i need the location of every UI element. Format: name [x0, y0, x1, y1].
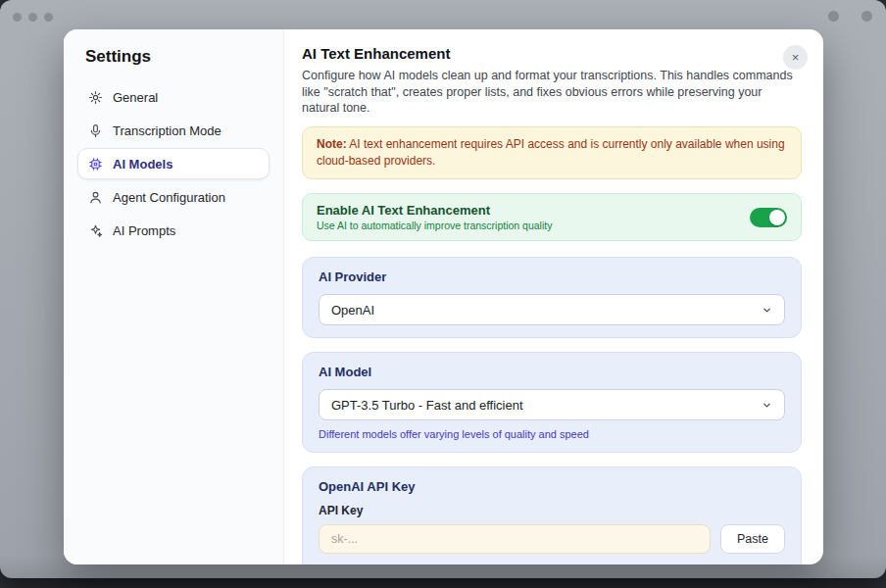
enable-ai-title: Enable AI Text Enhancement: [317, 203, 552, 218]
note-banner: Note: AI text enhancement requires API a…: [302, 126, 802, 180]
window-control-dot[interactable]: [28, 13, 37, 22]
window-control-dot[interactable]: [13, 13, 22, 22]
chevron-down-icon: [762, 400, 772, 411]
toggle-knob: [769, 210, 785, 225]
api-key-label: API Key: [319, 504, 785, 517]
gear-icon: [88, 90, 103, 105]
titlebar-icon[interactable]: [828, 11, 839, 22]
sidebar-item-label: General: [113, 90, 158, 105]
note-text: AI text enhancement requires API access …: [317, 137, 785, 168]
enable-ai-subtitle: Use AI to automatically improve transcri…: [317, 220, 552, 231]
titlebar-icon[interactable]: [861, 11, 872, 22]
microphone-icon: [88, 123, 103, 138]
sidebar-item-label: AI Models: [113, 157, 172, 172]
ai-model-select[interactable]: GPT-3.5 Turbo - Fast and efficient: [319, 389, 785, 420]
titlebar-actions: [828, 11, 872, 22]
ai-provider-card: AI Provider OpenAI: [302, 257, 802, 338]
api-key-heading: OpenAI API Key: [319, 479, 785, 494]
api-key-card: OpenAI API Key API Key Paste: [302, 466, 802, 564]
settings-nav: General Transcription Mode AI Models Age…: [77, 81, 270, 246]
ai-provider-heading: AI Provider: [319, 270, 785, 284]
note-label: Note:: [317, 137, 347, 151]
ai-model-heading: AI Model: [319, 365, 785, 379]
ai-model-card: AI Model GPT-3.5 Turbo - Fast and effici…: [302, 352, 802, 453]
ai-provider-selected-value: OpenAI: [331, 303, 374, 318]
sidebar-item-ai-models[interactable]: AI Models: [77, 148, 270, 179]
paste-button[interactable]: Paste: [720, 524, 785, 554]
window-control-dot[interactable]: [44, 13, 53, 22]
enable-ai-text: Enable AI Text Enhancement Use AI to aut…: [317, 203, 552, 231]
sidebar-item-agent-configuration[interactable]: Agent Configuration: [77, 181, 270, 213]
ai-provider-select[interactable]: OpenAI: [319, 294, 785, 325]
sidebar-item-ai-prompts[interactable]: AI Prompts: [77, 215, 270, 246]
sidebar-item-label: AI Prompts: [113, 223, 175, 238]
api-key-row: Paste: [319, 524, 785, 554]
page-title: AI Text Enhancement: [302, 45, 802, 62]
api-key-input[interactable]: [319, 524, 711, 554]
settings-sidebar: Settings General Transcription Mode AI M…: [64, 29, 284, 564]
page-description: Configure how AI models clean up and for…: [302, 68, 802, 117]
enable-ai-card: Enable AI Text Enhancement Use AI to aut…: [302, 193, 802, 241]
sparkles-icon: [88, 223, 103, 238]
settings-title: Settings: [85, 47, 262, 67]
enable-ai-toggle[interactable]: [750, 208, 787, 227]
cpu-icon: [88, 157, 103, 172]
sidebar-item-label: Transcription Mode: [113, 123, 222, 138]
close-button[interactable]: ×: [783, 45, 808, 70]
chevron-down-icon: [762, 305, 772, 316]
sidebar-item-general[interactable]: General: [77, 81, 270, 113]
ai-model-selected-value: GPT-3.5 Turbo - Fast and efficient: [331, 398, 523, 413]
settings-dialog: Settings General Transcription Mode AI M…: [64, 29, 823, 564]
sidebar-item-transcription-mode[interactable]: Transcription Mode: [77, 115, 270, 146]
sidebar-item-label: Agent Configuration: [113, 190, 225, 205]
ai-model-helper-text: Different models offer varying levels of…: [319, 428, 785, 440]
window-controls: [13, 13, 53, 22]
dialog-content: × AI Text Enhancement Configure how AI m…: [284, 29, 823, 564]
user-icon: [88, 190, 103, 205]
